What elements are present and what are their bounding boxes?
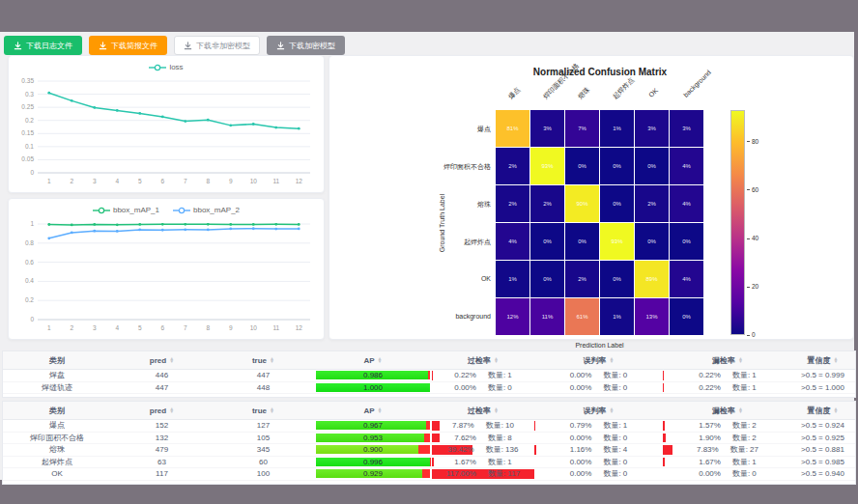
svg-text:4: 4 bbox=[115, 324, 119, 331]
svg-text:2: 2 bbox=[70, 178, 73, 184]
download-unencrypted-model-button[interactable]: 下载非加密模型 bbox=[174, 36, 260, 55]
column-header-label: 类别 bbox=[3, 351, 111, 369]
table-row: 焊盘4464470.9860.22%数量: 10.00%数量: 00.22%数量… bbox=[3, 370, 855, 382]
ap-value: 0.986 bbox=[316, 371, 430, 379]
sort-icon[interactable]: ▲▼ bbox=[610, 357, 615, 364]
sort-icon[interactable]: ▲▼ bbox=[169, 407, 174, 414]
rate-text: 0.79%数量: 1 bbox=[570, 420, 628, 431]
confusion-matrix-card: Normalized Confusion Matrix81%3%7%1%3%3%… bbox=[329, 55, 854, 340]
legend-item-loss[interactable]: loss bbox=[149, 63, 183, 71]
download-report-file-button[interactable]: 下载简报文件 bbox=[89, 36, 167, 55]
miss-rate-cell: 0.22%数量: 1 bbox=[663, 382, 792, 394]
miss-rate-cell: 1.57%数量: 2 bbox=[663, 420, 792, 432]
matrix-cell: 0% bbox=[635, 148, 669, 184]
true-cell: 448 bbox=[213, 382, 314, 394]
svg-text:0.8: 0.8 bbox=[25, 239, 34, 246]
matrix-cell: 4% bbox=[496, 223, 529, 260]
button-label: 下载简报文件 bbox=[111, 41, 157, 51]
matrix-cell: 3% bbox=[530, 110, 564, 147]
column-header-text: 过检率 bbox=[468, 406, 491, 416]
rate-text: 1.67%数量: 1 bbox=[699, 457, 757, 467]
download-encrypted-model-button[interactable]: 下载加密模型 bbox=[267, 36, 345, 55]
rate-text: 117.00%数量: 117 bbox=[446, 468, 520, 479]
svg-text:8: 8 bbox=[206, 324, 210, 331]
svg-text:12: 12 bbox=[296, 324, 303, 331]
table-row: 焊印面积不合格1321050.9537.62%数量: 80.00%数量: 01.… bbox=[3, 433, 855, 445]
sort-icon[interactable]: ▲▼ bbox=[610, 407, 615, 414]
loss-chart-card: loss00.050.10.150.20.250.30.351234567891… bbox=[8, 55, 325, 193]
mis-rate-cell: 0.00%数量: 0 bbox=[534, 433, 663, 444]
svg-text:3: 3 bbox=[93, 324, 97, 331]
count-value: 数量: 136 bbox=[486, 444, 519, 455]
table-header-row: 类别pred▲▼true▲▼AP▲▼过检率▲▼误判率▲▼漏检率▲▼置信度▲▼ bbox=[3, 402, 855, 420]
sort-icon[interactable]: ▲▼ bbox=[378, 357, 383, 364]
matrix-cell: 7% bbox=[565, 110, 599, 147]
table-row: 熔珠4793450.90039.42%数量: 1361.16%数量: 47.83… bbox=[3, 444, 855, 457]
sort-icon[interactable]: ▲▼ bbox=[378, 407, 383, 414]
confidence-cell: >0.5 = 0.999 bbox=[792, 370, 853, 381]
count-value: 数量: 1 bbox=[732, 370, 757, 380]
sort-icon[interactable]: ▲▼ bbox=[494, 407, 499, 414]
colorbar bbox=[730, 110, 745, 335]
svg-text:9: 9 bbox=[229, 324, 233, 331]
sort-icon[interactable]: ▲▼ bbox=[270, 357, 274, 364]
sort-icon[interactable]: ▲▼ bbox=[169, 357, 174, 364]
svg-text:4: 4 bbox=[115, 178, 119, 184]
count-value: 数量: 0 bbox=[488, 382, 512, 393]
confidence-cell: >0.5 = 0.924 bbox=[792, 420, 853, 432]
svg-text:0.2: 0.2 bbox=[25, 296, 34, 303]
true-cell: 100 bbox=[213, 468, 314, 480]
matrix-cell: 81% bbox=[496, 110, 529, 147]
rate-value: 0.00% bbox=[699, 469, 721, 478]
svg-text:0.4: 0.4 bbox=[25, 277, 34, 284]
count-value: 数量: 8 bbox=[488, 433, 512, 443]
legend-item-bbox_mAP_1[interactable]: bbox_mAP_1 bbox=[93, 206, 159, 214]
sort-icon[interactable]: ▲▼ bbox=[494, 357, 499, 364]
button-label: 下载非加密模型 bbox=[196, 41, 250, 51]
rate-text: 7.87%数量: 10 bbox=[452, 420, 514, 431]
sort-icon[interactable]: ▲▼ bbox=[270, 407, 274, 414]
dashboard-panel: 下载日志文件下载简报文件下载非加密模型下载加密模型 loss00.050.10.… bbox=[0, 32, 854, 480]
count-value: 数量: 0 bbox=[603, 468, 627, 479]
confidence-cell: >0.5 = 1.000 bbox=[792, 382, 853, 394]
matrix-row-label: OK bbox=[385, 275, 491, 282]
legend-item-bbox_mAP_2[interactable]: bbox_mAP_2 bbox=[173, 206, 240, 214]
rate-value: 0.22% bbox=[699, 383, 721, 392]
bbox-map-chart: 00.20.40.60.81123456789101112 bbox=[9, 199, 324, 339]
sort-icon[interactable]: ▲▼ bbox=[738, 357, 743, 364]
matrix-cell: 89% bbox=[635, 261, 669, 297]
sort-icon[interactable]: ▲▼ bbox=[738, 407, 743, 414]
rate-value: 0.22% bbox=[699, 371, 721, 379]
ap-value: 0.996 bbox=[316, 458, 430, 466]
download-log-file-button[interactable]: 下载日志文件 bbox=[4, 36, 82, 55]
sort-icon[interactable]: ▲▼ bbox=[834, 407, 839, 414]
rate-value: 1.57% bbox=[699, 421, 721, 430]
rate-value: 39.42% bbox=[448, 445, 474, 454]
pred-cell: 63 bbox=[111, 457, 213, 468]
rate-text: 0.00%数量: 0 bbox=[570, 370, 628, 380]
svg-text:0.2: 0.2 bbox=[25, 117, 34, 124]
rate-value: 0.00% bbox=[570, 434, 592, 442]
sort-icon[interactable]: ▲▼ bbox=[834, 357, 839, 364]
defect-table: 类别pred▲▼true▲▼AP▲▼过检率▲▼误判率▲▼漏检率▲▼置信度▲▼爆点… bbox=[2, 401, 856, 485]
matrix-cell: 2% bbox=[496, 185, 529, 222]
table-body: 爆点1521270.9677.87%数量: 100.79%数量: 11.57%数… bbox=[3, 420, 855, 481]
rate-text: 1.16%数量: 4 bbox=[570, 444, 628, 455]
loss-chart: 00.050.10.150.20.250.30.3512345678910111… bbox=[9, 56, 324, 192]
ap-cell: 0.996 bbox=[314, 457, 432, 468]
matrix-cell: 1% bbox=[496, 261, 529, 297]
ap-cell: 0.953 bbox=[314, 433, 432, 444]
table-header-row: 类别pred▲▼true▲▼AP▲▼过检率▲▼误判率▲▼漏检率▲▼置信度▲▼ bbox=[3, 351, 855, 370]
column-header-过检率: 过检率▲▼ bbox=[432, 351, 534, 369]
ap-value: 0.929 bbox=[316, 469, 430, 478]
true-cell: 345 bbox=[213, 444, 314, 456]
matrix-cell: 90% bbox=[565, 185, 599, 222]
rate-text: 0.00%数量: 0 bbox=[570, 382, 628, 393]
bbox-map-chart-card: bbox_mAP_1bbox_mAP_200.20.40.60.81123456… bbox=[8, 198, 325, 340]
pred-cell: 447 bbox=[111, 382, 213, 394]
column-header-过检率: 过检率▲▼ bbox=[432, 402, 534, 419]
svg-text:5: 5 bbox=[138, 178, 142, 184]
confidence-cell: >0.5 = 0.985 bbox=[792, 457, 853, 468]
rate-bar bbox=[663, 434, 666, 443]
matrix-cell: 0% bbox=[600, 261, 634, 297]
